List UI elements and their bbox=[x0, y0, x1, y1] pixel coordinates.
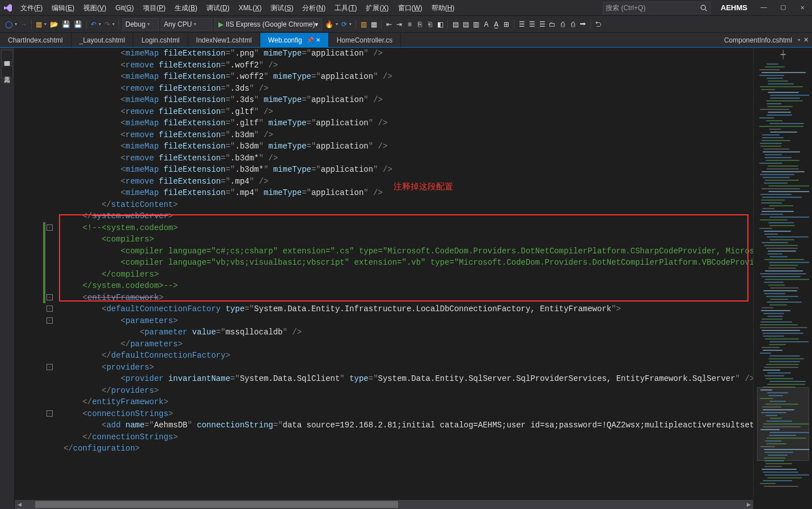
minimap-line bbox=[764, 460, 784, 461]
run-button[interactable]: ▶ IIS Express (Google Chrome) ▾ bbox=[214, 18, 322, 31]
fold-toggle[interactable]: - bbox=[46, 317, 53, 324]
close-button[interactable]: ⨉ bbox=[793, 2, 812, 14]
minimap-line bbox=[769, 256, 788, 257]
file-tab[interactable]: _Layout.cshtml bbox=[71, 33, 134, 47]
menu-工具[interactable]: 工具(T) bbox=[330, 0, 361, 16]
pinned-tab[interactable]: ComponentInfo.cshtml ▾ ✕ bbox=[721, 33, 812, 47]
minimap-line bbox=[763, 409, 794, 410]
tool-icon[interactable]: ▥ bbox=[471, 18, 481, 31]
nav-fwd-button[interactable]: → bbox=[19, 18, 29, 31]
menu-Git[interactable]: Git(G) bbox=[111, 0, 138, 16]
format-icon[interactable]: ≡ bbox=[404, 18, 415, 31]
minimap-line bbox=[765, 66, 785, 67]
minimap-line bbox=[769, 239, 794, 240]
indent-in-icon[interactable]: ⇥ bbox=[394, 18, 404, 31]
menu-调试[interactable]: 调试(D) bbox=[202, 0, 234, 16]
tool-icon[interactable]: A bbox=[481, 18, 491, 31]
left-rail-tab[interactable]: 工具箱 bbox=[1, 66, 13, 78]
search-icon[interactable] bbox=[697, 2, 710, 14]
menu-items: 文件(F)编辑(E)视图(V)Git(G)项目(P)生成(B)调试(D)XML(… bbox=[16, 0, 459, 16]
save-all-button[interactable]: 💾 bbox=[72, 18, 84, 31]
file-tab[interactable]: Web.config📌✕ bbox=[260, 33, 329, 47]
tool-icon[interactable]: A̲ bbox=[491, 18, 501, 31]
tab-close-icon[interactable]: ✕ bbox=[803, 36, 809, 44]
menu-帮助[interactable]: 帮助(H) bbox=[427, 0, 459, 16]
menu-项目[interactable]: 项目(P) bbox=[138, 0, 170, 16]
tool-icon[interactable]: ⎙ bbox=[568, 18, 578, 31]
platform-dropdown[interactable]: Any CPU▾ bbox=[161, 18, 212, 31]
tool-icon[interactable]: 🗀 bbox=[547, 18, 557, 31]
code-line: <mimeMap fileExtension=".woff2" mimeType… bbox=[64, 71, 753, 83]
minimap-line bbox=[760, 429, 780, 430]
code-line: <compiler language="vb;vbs;visualbasic;v… bbox=[64, 257, 753, 269]
code-editor[interactable]: ------ <mimeMap fileExtension=".png" mim… bbox=[15, 48, 753, 509]
file-tab[interactable]: ChartIndex.cshtml bbox=[0, 33, 71, 47]
open-button[interactable]: 📂 bbox=[48, 18, 60, 31]
minimap-line bbox=[767, 114, 792, 116]
fold-toggle[interactable]: - bbox=[46, 410, 53, 417]
hscroll-thumb[interactable] bbox=[35, 501, 398, 508]
file-tab[interactable]: HomeController.cs bbox=[329, 33, 401, 47]
tool-icon[interactable]: ☰ bbox=[517, 18, 527, 31]
uncomment-icon[interactable]: ⎗ bbox=[425, 18, 435, 31]
nav-back-button[interactable]: ◯▾ bbox=[3, 18, 19, 31]
file-tab[interactable]: IndexNew1.cshtml bbox=[188, 33, 260, 47]
comment-icon[interactable]: ⎘ bbox=[415, 18, 425, 31]
save-button[interactable]: 💾 bbox=[60, 18, 72, 31]
indent-out-icon[interactable]: ⇤ bbox=[384, 18, 394, 31]
tool-icon[interactable]: ☰ bbox=[527, 18, 537, 31]
menu-生成[interactable]: 生成(B) bbox=[170, 0, 202, 16]
minimize-button[interactable]: — bbox=[754, 2, 773, 14]
pin-icon[interactable]: 📌 bbox=[307, 37, 314, 43]
horizontal-scrollbar[interactable]: ◀ ▶ bbox=[15, 500, 753, 509]
fold-toggle[interactable]: - bbox=[46, 294, 53, 300]
redo-button[interactable]: ↷▾ bbox=[103, 18, 116, 31]
tool-icon[interactable]: ⊞ bbox=[501, 18, 511, 31]
menu-XML[interactable]: XML(X) bbox=[234, 0, 267, 16]
menu-扩展[interactable]: 扩展(X) bbox=[361, 0, 393, 16]
fold-toggle[interactable]: - bbox=[46, 306, 53, 312]
tab-dropdown-icon[interactable]: ▾ bbox=[798, 37, 800, 43]
new-item-button[interactable]: ▦▾ bbox=[34, 18, 48, 31]
minimap-line bbox=[763, 149, 789, 150]
vs-logo-icon[interactable] bbox=[0, 0, 16, 16]
minimap-line bbox=[763, 387, 796, 388]
quick-search-box[interactable]: 搜索 (Ctrl+Q) bbox=[603, 2, 710, 14]
menu-窗口[interactable]: 窗口(W) bbox=[394, 0, 427, 16]
browser-refresh-button[interactable]: ⟳▾ bbox=[340, 18, 353, 31]
minimap-line bbox=[765, 440, 781, 442]
code-minimap[interactable] bbox=[757, 61, 809, 509]
minimap-line bbox=[766, 248, 798, 249]
tool-icon[interactable]: ⎙ bbox=[557, 18, 568, 31]
menu-视图[interactable]: 视图(V) bbox=[79, 0, 111, 16]
menu-文件[interactable]: 文件(F) bbox=[16, 0, 47, 16]
fold-toggle[interactable]: - bbox=[46, 224, 53, 231]
tool-icon[interactable]: ⮌ bbox=[593, 18, 603, 31]
minimap-line bbox=[766, 378, 793, 379]
config-dropdown[interactable]: Debug▾ bbox=[122, 18, 159, 31]
tool-icon[interactable]: ▤ bbox=[450, 18, 460, 31]
code-line: <provider invariantName="System.Data.Sql… bbox=[64, 373, 753, 385]
tool-icon[interactable]: ▥ bbox=[358, 18, 369, 31]
minimap-line bbox=[762, 208, 775, 209]
bookmark-icon[interactable]: ◧ bbox=[435, 18, 445, 31]
maximize-button[interactable]: ▢ bbox=[773, 2, 793, 14]
menu-分析[interactable]: 分析(N) bbox=[298, 0, 330, 16]
tab-close-icon[interactable]: ✕ bbox=[316, 37, 320, 43]
split-handle-icon[interactable]: ┿ bbox=[781, 50, 785, 59]
hot-reload-button[interactable]: 🔥▾ bbox=[323, 18, 340, 31]
minimap-line bbox=[769, 205, 793, 206]
file-tab[interactable]: Login.cshtml bbox=[133, 33, 188, 47]
left-rail-tab[interactable]: 服务器资源管理器 bbox=[1, 50, 13, 62]
menu-测试[interactable]: 测试(S) bbox=[266, 0, 298, 16]
tool-icon[interactable]: ⮕ bbox=[578, 18, 588, 31]
menu-编辑[interactable]: 编辑(E) bbox=[47, 0, 79, 16]
hscroll-right-arrow[interactable]: ▶ bbox=[744, 500, 753, 509]
fold-toggle[interactable]: - bbox=[46, 364, 53, 370]
tool-icon[interactable]: ☰ bbox=[537, 18, 547, 31]
tool-icon[interactable]: ▤ bbox=[460, 18, 471, 31]
minimap-line bbox=[764, 293, 785, 294]
undo-button[interactable]: ↶▾ bbox=[89, 18, 103, 31]
tool-icon[interactable]: ▦ bbox=[369, 18, 379, 31]
hscroll-left-arrow[interactable]: ◀ bbox=[15, 500, 24, 509]
